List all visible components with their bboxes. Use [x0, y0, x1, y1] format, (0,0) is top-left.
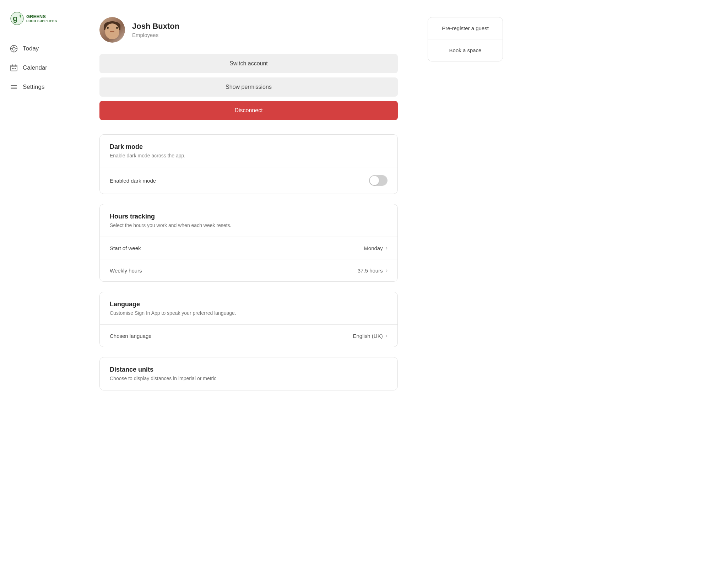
language-card-header: Language Customise Sign In App to speak … — [100, 292, 397, 325]
toggle-knob — [370, 176, 379, 185]
weekly-hours-label: Weekly hours — [110, 268, 142, 274]
start-of-week-value-text: Monday — [364, 245, 383, 251]
hours-tracking-header: Hours tracking Select the hours you work… — [100, 204, 397, 237]
chevron-right-icon-3: › — [386, 333, 387, 339]
svg-point-3 — [12, 47, 15, 50]
sidebar-item-settings[interactable]: Settings — [4, 78, 74, 96]
dark-mode-subtitle: Enable dark mode across the app. — [110, 153, 387, 158]
sidebar-item-calendar-label: Calendar — [23, 64, 47, 71]
logo-area: g GREENS FOOD SUPPLIERS — [0, 11, 78, 40]
dark-mode-title: Dark mode — [110, 143, 387, 151]
language-title: Language — [110, 301, 387, 308]
sidebar-item-today-label: Today — [23, 45, 39, 52]
svg-rect-7 — [15, 68, 16, 69]
start-of-week-row[interactable]: Start of week Monday › — [100, 237, 397, 259]
chosen-language-label: Chosen language — [110, 333, 152, 339]
app-layout: g GREENS FOOD SUPPLIERS — [0, 0, 710, 588]
dark-mode-card-header: Dark mode Enable dark mode across the ap… — [100, 135, 397, 167]
language-subtitle: Customise Sign In App to speak your pref… — [110, 310, 387, 316]
hours-tracking-subtitle: Select the hours you work and when each … — [110, 222, 387, 228]
hours-tracking-title: Hours tracking — [110, 213, 387, 220]
sidebar: g GREENS FOOD SUPPLIERS — [0, 0, 78, 588]
menu-icon — [10, 83, 18, 91]
clock-circle-icon — [10, 45, 18, 53]
chevron-right-icon: › — [386, 245, 387, 251]
avatar-image — [99, 17, 125, 43]
brand-subtitle: FOOD SUPPLIERS — [26, 19, 57, 23]
profile-info: Josh Buxton Employees — [132, 22, 179, 38]
dark-mode-card: Dark mode Enable dark mode across the ap… — [99, 134, 398, 194]
svg-text:g: g — [13, 14, 17, 23]
start-of-week-label: Start of week — [110, 245, 141, 251]
brand-logo: g GREENS FOOD SUPPLIERS — [10, 11, 68, 26]
hours-tracking-card: Hours tracking Select the hours you work… — [99, 204, 398, 282]
sidebar-item-today[interactable]: Today — [4, 40, 74, 58]
pre-register-guest-action[interactable]: Pre-register a guest — [428, 17, 503, 39]
distance-units-card: Distance units Choose to display distanc… — [99, 357, 398, 390]
profile-section: Josh Buxton Employees — [99, 17, 398, 43]
weekly-hours-row[interactable]: Weekly hours 37.5 hours › — [100, 259, 397, 281]
weekly-hours-value: 37.5 hours › — [358, 267, 387, 274]
brand-logo-icon: g — [10, 11, 24, 26]
chosen-language-value: English (UK) › — [353, 333, 387, 339]
distance-units-title: Distance units — [110, 366, 387, 373]
profile-role: Employees — [132, 32, 179, 38]
chevron-right-icon-2: › — [386, 267, 387, 274]
switch-account-button[interactable]: Switch account — [99, 54, 398, 73]
profile-name: Josh Buxton — [132, 22, 179, 31]
brand-name: GREENS — [26, 14, 57, 19]
weekly-hours-value-text: 37.5 hours — [358, 268, 383, 274]
brand-name-text: GREENS FOOD SUPPLIERS — [26, 14, 57, 23]
show-permissions-button[interactable]: Show permissions — [99, 77, 398, 97]
svg-rect-6 — [13, 68, 15, 69]
action-card: Pre-register a guest Book a space — [428, 17, 503, 61]
distance-units-subtitle: Choose to display distances in imperial … — [110, 376, 387, 381]
disconnect-button[interactable]: Disconnect — [99, 101, 398, 120]
dark-mode-toggle[interactable] — [369, 175, 387, 186]
dark-mode-toggle-row[interactable]: Enabled dark mode — [100, 167, 397, 194]
chosen-language-value-text: English (UK) — [353, 333, 383, 339]
sidebar-item-calendar[interactable]: Calendar — [4, 59, 74, 77]
book-a-space-action[interactable]: Book a space — [428, 39, 503, 61]
sidebar-item-settings-label: Settings — [23, 83, 44, 91]
dark-mode-toggle-label: Enabled dark mode — [110, 178, 156, 184]
chosen-language-row[interactable]: Chosen language English (UK) › — [100, 325, 397, 347]
calendar-icon — [10, 64, 18, 72]
nav-menu: Today Calendar — [0, 40, 78, 96]
start-of-week-value: Monday › — [364, 245, 387, 251]
main-content: Josh Buxton Employees Switch account Sho… — [78, 0, 419, 588]
language-card: Language Customise Sign In App to speak … — [99, 292, 398, 347]
right-panel: Pre-register a guest Book a space — [419, 0, 511, 588]
svg-rect-5 — [12, 68, 13, 69]
distance-units-header: Distance units Choose to display distanc… — [100, 357, 397, 390]
avatar — [99, 17, 125, 43]
